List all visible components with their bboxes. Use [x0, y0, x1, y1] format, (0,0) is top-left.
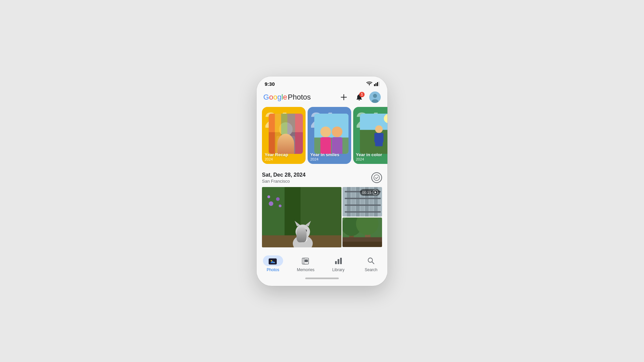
- memory-photo-2: [314, 114, 348, 154]
- svg-rect-2: [377, 82, 378, 86]
- photo-cell-stairs[interactable]: 00:15: [342, 187, 382, 217]
- checkmark-circle-icon: [373, 174, 380, 181]
- svg-point-74: [271, 260, 272, 261]
- memory-card-year-color[interactable]: 24 Year in col: [353, 107, 387, 164]
- video-duration-text: 00:15: [362, 190, 371, 194]
- photo-cell-cat[interactable]: [262, 187, 341, 247]
- photo-cell-trees[interactable]: [342, 218, 382, 247]
- logo-photos-text: Photos: [288, 93, 311, 102]
- svg-rect-14: [275, 114, 281, 154]
- nav-search-bg: [361, 255, 381, 266]
- memory-label-3: Year in color 2024: [356, 152, 382, 161]
- svg-rect-16: [287, 114, 295, 154]
- svg-rect-69: [342, 242, 382, 247]
- status-time: 9:30: [265, 81, 275, 87]
- notifications-button[interactable]: 1: [354, 92, 365, 103]
- svg-rect-61: [344, 211, 381, 213]
- svg-rect-13: [269, 114, 275, 154]
- svg-rect-1: [376, 83, 377, 86]
- svg-rect-19: [314, 137, 348, 154]
- date-location: San Francisco: [262, 179, 306, 184]
- nav-search-label: Search: [365, 267, 377, 272]
- memory-card-year-recap[interactable]: 24: [262, 107, 306, 164]
- memory-photo-1: [269, 114, 303, 154]
- outdoor-image: [360, 114, 387, 154]
- plus-icon: [340, 94, 347, 101]
- svg-point-28: [375, 125, 383, 133]
- date-info: Sat, Dec 28, 2024 San Francisco: [262, 172, 306, 184]
- add-button[interactable]: [338, 92, 349, 103]
- svg-point-48: [301, 233, 305, 236]
- memory-year-3: 2024: [356, 157, 382, 161]
- nav-memories-bg: [296, 255, 316, 266]
- user-avatar[interactable]: [369, 92, 381, 103]
- nav-library-bg: [328, 255, 348, 266]
- svg-line-82: [372, 262, 374, 264]
- memory-year-1: 2024: [265, 157, 288, 161]
- nav-item-search[interactable]: Search: [359, 255, 383, 272]
- svg-rect-77: [305, 259, 308, 262]
- svg-rect-12: [276, 136, 295, 154]
- nav-photos-bg: [263, 255, 283, 266]
- nav-item-memories[interactable]: Memories: [294, 255, 317, 272]
- cat-photo-image: [262, 187, 341, 247]
- nav-photos-label: Photos: [267, 267, 279, 272]
- svg-point-43: [296, 224, 310, 239]
- svg-point-20: [320, 126, 331, 137]
- photo-group: [314, 114, 348, 154]
- cat-photo-bg: [262, 187, 341, 247]
- svg-rect-59: [344, 197, 381, 199]
- svg-point-7: [373, 94, 377, 98]
- play-icon: [374, 191, 377, 194]
- header-actions: 1: [338, 92, 381, 103]
- date-section: Sat, Dec 28, 2024 San Francisco: [257, 169, 387, 187]
- svg-point-39: [276, 197, 280, 201]
- svg-rect-23: [332, 137, 342, 154]
- play-button-icon: [373, 190, 378, 195]
- trees-photo-image: [342, 218, 382, 247]
- status-icons: [366, 81, 379, 86]
- svg-rect-17: [295, 114, 303, 154]
- status-bar: 9:30: [257, 76, 387, 88]
- photos-nav-icon: [269, 257, 277, 264]
- trees-photo-bg: [342, 218, 382, 247]
- app-logo: Google Photos: [263, 93, 311, 102]
- svg-point-47: [304, 229, 307, 232]
- svg-point-32: [374, 175, 380, 181]
- svg-point-46: [299, 229, 302, 232]
- memory-year-2: 2024: [310, 157, 339, 161]
- svg-rect-25: [360, 114, 387, 130]
- svg-rect-30: [374, 133, 377, 142]
- nav-item-photos[interactable]: Photos: [261, 255, 285, 272]
- select-button[interactable]: [371, 172, 382, 183]
- svg-rect-60: [344, 204, 381, 206]
- memory-card-year-smiles[interactable]: 24 Year in smiles 2024: [308, 107, 351, 164]
- phone-frame: 9:30 Google Photos: [257, 76, 387, 286]
- svg-rect-21: [320, 137, 331, 154]
- memory-photo-3: [360, 114, 387, 154]
- svg-rect-80: [340, 258, 342, 264]
- svg-marker-62: [375, 191, 376, 193]
- memory-label-1: Year Recap 2024: [265, 152, 288, 161]
- nav-library-label: Library: [332, 267, 344, 272]
- home-indicator: [305, 278, 339, 279]
- photo-grid: 00:15: [261, 187, 383, 247]
- video-duration-badge: 00:15: [360, 189, 380, 196]
- memory-title-1: Year Recap: [265, 152, 288, 157]
- svg-point-40: [267, 195, 270, 198]
- photo-outdoor: [360, 114, 387, 154]
- signal-icon: [374, 81, 379, 86]
- nav-memories-label: Memories: [297, 267, 315, 272]
- notification-badge: 1: [359, 92, 365, 97]
- library-nav-icon: [334, 257, 342, 264]
- svg-point-38: [269, 201, 273, 206]
- svg-rect-78: [335, 261, 337, 264]
- avatar-image: [369, 92, 381, 103]
- svg-rect-15: [281, 114, 287, 154]
- wifi-icon: [366, 81, 372, 86]
- svg-point-41: [279, 204, 281, 207]
- nav-item-library[interactable]: Library: [327, 255, 350, 272]
- memories-strip: 24: [257, 107, 387, 169]
- bottom-nav: Photos Memories: [257, 251, 387, 275]
- svg-rect-31: [381, 133, 383, 142]
